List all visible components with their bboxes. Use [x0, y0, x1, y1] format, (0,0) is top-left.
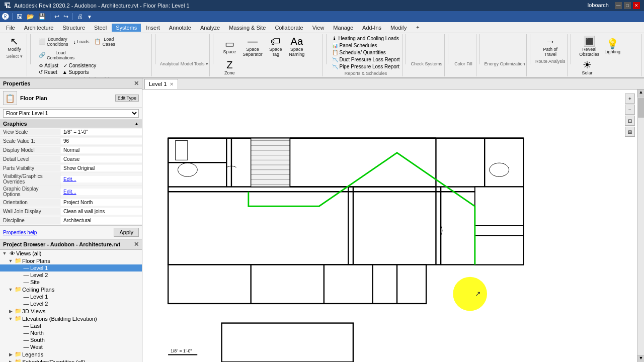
new-button[interactable]: 🖫 — [16, 13, 24, 20]
type-label: Floor Plan — [20, 95, 112, 101]
menu-addins[interactable]: Add-Ins — [358, 24, 385, 32]
properties-close-button[interactable]: ✕ — [134, 80, 139, 87]
tree-elevations[interactable]: ▼ 📁 Elevations (Building Elevation) — [0, 315, 142, 322]
space-button[interactable]: ▭ Space — [219, 38, 239, 55]
menu-manage[interactable]: Manage — [329, 24, 357, 32]
tree-north-elevation[interactable]: — North — [0, 329, 142, 336]
heating-cooling-button[interactable]: 🌡 Heating and Cooling Loads — [330, 35, 402, 42]
menu-annotate[interactable]: Annotate — [165, 24, 195, 32]
ribbon-group-energy: Energy Optimization — [483, 34, 527, 76]
schedules-icon: 📁 — [14, 358, 22, 362]
modify-button[interactable]: ↖ Modify — [5, 35, 25, 53]
space-naming-button[interactable]: Aa SpaceNaming — [287, 35, 307, 58]
menu-modify[interactable]: Modify — [386, 24, 411, 32]
scroll-thumb[interactable] — [638, 98, 644, 118]
lighting-button[interactable]: 💡 Lighting — [602, 38, 622, 55]
route-analysis-label: Route Analysis — [535, 59, 566, 64]
boundary-conditions-button[interactable]: ⬜ BoundaryConditions — [37, 35, 70, 48]
tree-east-elevation[interactable]: — East — [0, 322, 142, 329]
user-label: loboarch — [588, 2, 609, 9]
tree-south-elevation[interactable]: — South — [0, 336, 142, 343]
floor-plans-label: Floor Plans — [22, 258, 50, 264]
tree-ceiling-plans[interactable]: ▼ 📁 Ceiling Plans — [0, 286, 142, 293]
right-scrollbar[interactable]: ▲ ▼ — [637, 89, 644, 362]
duct-pressure-button[interactable]: 📉 Duct Pressure Loss Report — [330, 56, 402, 63]
zoom-in-button[interactable]: + — [625, 94, 635, 104]
west-icon: — — [22, 344, 30, 350]
loads-button[interactable]: ↓ Loads — [71, 38, 91, 46]
adjust-button[interactable]: ⚙ Adjust — [37, 62, 60, 69]
open-button[interactable]: 📂 — [26, 13, 35, 20]
zoom-fit-button[interactable]: ⊡ — [625, 116, 635, 126]
menu-file[interactable]: File — [2, 24, 19, 32]
menu-insert[interactable]: Insert — [142, 24, 164, 32]
menu-massing[interactable]: Massing & Site — [225, 24, 270, 32]
solar-button[interactable]: ☀ Solar — [577, 59, 597, 76]
zoom-selection-button[interactable]: ⊞ — [625, 127, 635, 137]
menu-analyze[interactable]: Analyze — [196, 24, 224, 32]
supports-button[interactable]: ▲ Supports — [60, 69, 91, 75]
tree-level1-ceiling[interactable]: — Level 1 — [0, 293, 142, 300]
pipe-pressure-button[interactable]: 📉 Pipe Pressure Loss Report — [330, 63, 402, 70]
zone-button[interactable]: Z Zone — [219, 59, 239, 76]
schedule-quantities-button[interactable]: 📋 Schedule/ Quantities — [330, 49, 402, 56]
menu-steel[interactable]: Steel — [90, 24, 111, 32]
close-button[interactable]: ✕ — [633, 2, 640, 9]
space-tag-button[interactable]: 🏷 SpaceTag — [266, 35, 286, 58]
menu-systems[interactable]: Systems — [112, 24, 141, 32]
project-browser[interactable]: Project Browser - Audobon - Architecture… — [0, 239, 142, 362]
north-icon: — — [22, 330, 30, 336]
scroll-down-button[interactable]: ▼ — [637, 355, 644, 362]
expand-floor-plans-icon: ▼ — [7, 258, 14, 263]
load-combinations-button[interactable]: 🔗 LoadCombinations — [37, 49, 76, 61]
space-tag-icon: 🏷 — [271, 36, 281, 46]
settings-icon[interactable]: ▼ — [86, 14, 93, 20]
consistency-button[interactable]: ✓ Consistency — [61, 62, 98, 69]
load-cases-button[interactable]: 📋 LoadCases — [92, 35, 117, 48]
drawing-area[interactable]: ↗ 1/8" = 1'-0" — [142, 89, 637, 362]
tree-level1-floor-plan[interactable]: — Level 1 — [0, 264, 142, 272]
app-icon: 🅡 — [2, 13, 9, 21]
menu-structure[interactable]: Structure — [58, 24, 89, 32]
tree-legends[interactable]: ▶ 📁 Legends — [0, 350, 142, 358]
minimize-button[interactable]: — — [615, 2, 622, 9]
tree-floor-plans[interactable]: ▼ 📁 Floor Plans — [0, 257, 142, 264]
menu-view[interactable]: View — [308, 24, 329, 32]
panel-schedules-button[interactable]: 📊 Panel Schedules — [330, 42, 402, 49]
browser-close-button[interactable]: ✕ — [134, 241, 139, 248]
cursor-highlight — [453, 277, 487, 311]
save-button[interactable]: 💾 — [37, 13, 47, 20]
tree-west-elevation[interactable]: — West — [0, 343, 142, 350]
undo-button[interactable]: ↩ — [53, 13, 60, 20]
space-separator-button[interactable]: — SpaceSeparator — [240, 35, 265, 58]
menu-collaborate[interactable]: Collaborate — [271, 24, 307, 32]
svg-text:1/8" = 1'-0": 1/8" = 1'-0" — [171, 348, 192, 353]
tree-level2-ceiling[interactable]: — Level 2 — [0, 300, 142, 307]
reset-button[interactable]: ↺ Reset — [37, 69, 59, 75]
maximize-button[interactable]: □ — [624, 2, 631, 9]
zoom-out-button[interactable]: − — [625, 105, 635, 115]
apply-button[interactable]: Apply — [114, 228, 139, 237]
legends-icon: 📁 — [14, 351, 22, 357]
print-button[interactable]: 🖨 — [76, 13, 84, 20]
tree-site-floor-plan[interactable]: — Site — [0, 279, 142, 286]
tree-3d-views[interactable]: ▶ 📁 3D Views — [0, 307, 142, 315]
tree-schedules[interactable]: ▶ 📁 Schedules/Quantities (all) — [0, 358, 142, 362]
analytical-tools-label: Analytical Model Tools ▾ — [160, 61, 208, 66]
path-of-travel-button[interactable]: → Path ofTravel — [540, 35, 560, 58]
tab-close-button[interactable]: ✕ — [170, 81, 174, 87]
scroll-up-button[interactable]: ▲ — [637, 89, 644, 97]
tree-level2-floor-plan[interactable]: — Level 2 — [0, 272, 142, 279]
view-tab-level1[interactable]: Level 1 ✕ — [144, 79, 178, 89]
menu-architecture[interactable]: Architecture — [20, 24, 58, 32]
left-panel: Properties ✕ 📋 Floor Plan Edit Type Floo… — [0, 78, 142, 362]
window-controls: loboarch — □ ✕ — [588, 2, 640, 9]
view-selector[interactable]: Floor Plan: Level 1 — [3, 109, 139, 118]
graphics-section-header[interactable]: Graphics ▲ — [0, 120, 142, 128]
properties-help-link[interactable]: Properties help — [3, 230, 37, 235]
redo-button[interactable]: ↪ — [62, 13, 69, 20]
reveal-obstacles-button[interactable]: 🔳 RevealObstacles — [577, 35, 601, 58]
edit-type-button[interactable]: Edit Type — [115, 95, 139, 102]
zone-icon: Z — [226, 60, 232, 70]
tree-views-all[interactable]: ▼ 👁 Views (all) — [0, 250, 142, 257]
